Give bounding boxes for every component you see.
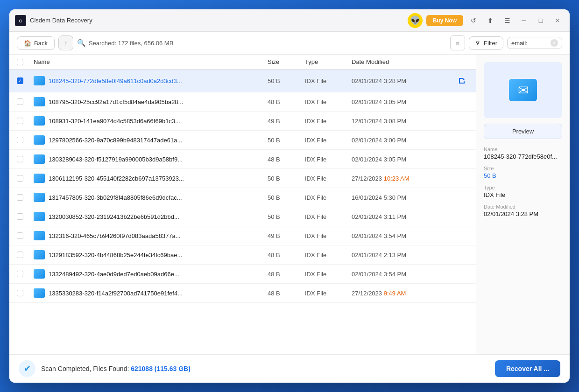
file-date: 02/01/2024 3:54 PM: [352, 232, 445, 239]
file-name-cell: 108795-320-25cc92a17d1cf5d84ae4da905ba28…: [34, 97, 268, 106]
file-name-cell: 1320030852-320-23192413b22be6b591d2bbd..…: [34, 212, 268, 221]
table-row[interactable]: 1306112195-320-455140f2282cb697a13753923…: [9, 169, 476, 188]
date-column-header: Date Modified: [352, 58, 445, 65]
file-type: IDX File: [305, 118, 352, 125]
file-name-cell: 1317457805-320-3b029f8f4a8805f86e6d9dcfa…: [34, 193, 268, 202]
file-name-cell: 108931-320-141ea9074d4c5853d6a66f69b1c3.…: [34, 116, 268, 126]
row-checkbox[interactable]: [17, 137, 23, 143]
app-window: C Cisdem Data Recovery 👽 Buy Now ↺ ⬆ ☰ ─…: [9, 9, 570, 383]
table-row[interactable]: 132316-320-465c7b94260f97d083aada58377a.…: [9, 226, 476, 245]
recover-all-button[interactable]: Recover All ...: [495, 360, 560, 377]
table-row[interactable]: 1303289043-320-f5127919a990005b3d9a58bf9…: [9, 150, 476, 169]
app-logo: C: [15, 15, 26, 26]
file-type-icon: [34, 116, 45, 126]
file-size: 48 B: [268, 98, 305, 105]
table-row[interactable]: 1332489492-320-4ae0d9ded7ed0aeb09ad66e..…: [9, 265, 476, 284]
file-size: 48 B: [268, 156, 305, 163]
files-count: 621088: [131, 365, 153, 372]
status-bar: ✔ Scan Completed, Files Found: 621088 (1…: [9, 354, 570, 383]
file-date: 02/01/2024 3:05 PM: [352, 156, 445, 163]
table-row[interactable]: ✓ 108245-320-772dfe58e0f49a611c0ad0a2d3c…: [9, 70, 476, 92]
file-type: IDX File: [305, 232, 352, 239]
row-checkbox[interactable]: [17, 271, 23, 277]
select-all-checkbox[interactable]: [17, 59, 23, 65]
file-panel: Name Size Type Date Modified ✓ 108245-32…: [9, 55, 476, 354]
upload-icon[interactable]: ⬆: [484, 14, 497, 27]
file-size: 50 B: [268, 137, 305, 144]
file-size: 50 B: [268, 175, 305, 182]
status-text: Scan Completed, Files Found: 621088 (115…: [41, 365, 489, 372]
file-date: 02/01/2024 3:28 PM: [352, 77, 445, 84]
email-icon-large: [509, 79, 537, 101]
size-column-header: Size: [268, 58, 305, 65]
file-date: 27/12/2023 10:23 AM: [352, 175, 445, 182]
file-type-icon: [34, 269, 45, 279]
row-action-icon[interactable]: [455, 74, 468, 87]
row-checkbox[interactable]: [17, 175, 23, 182]
row-checkbox[interactable]: [17, 118, 23, 124]
alien-icon: 👽: [408, 13, 423, 28]
file-type-icon: [34, 250, 45, 259]
file-size: 50 B: [268, 77, 305, 84]
file-name-text: 1329183592-320-4b44868b25e244fe34fc69bae…: [49, 252, 182, 259]
minimize-button[interactable]: ─: [517, 14, 530, 27]
file-type: IDX File: [305, 271, 352, 278]
filter-button[interactable]: ⛛ Filter: [469, 36, 503, 50]
search-info: 🔍 Searched: 172 files, 656.06 MB: [77, 39, 446, 47]
file-type: IDX File: [305, 175, 352, 182]
preview-type-group: Type IDX File: [484, 185, 562, 198]
file-type-icon: [34, 135, 45, 145]
row-action: [445, 74, 468, 87]
file-type: IDX File: [305, 137, 352, 144]
size-meta-label: Size: [484, 166, 562, 171]
file-type-icon: [34, 76, 45, 85]
file-size: 48 B: [268, 290, 305, 297]
list-icon: ≡: [456, 40, 459, 47]
row-checkbox[interactable]: [17, 232, 23, 239]
row-checkbox[interactable]: [17, 213, 23, 220]
file-size: 49 B: [268, 118, 305, 125]
row-checkbox[interactable]: ✓: [17, 77, 23, 84]
preview-date-group: Date Modified 02/01/2024 3:28 PM: [484, 204, 562, 217]
table-row[interactable]: 108795-320-25cc92a17d1cf5d84ae4da905ba28…: [9, 92, 476, 112]
date-meta-value: 02/01/2024 3:28 PM: [484, 210, 562, 217]
file-type: IDX File: [305, 252, 352, 259]
file-name-cell: 1335330283-320-f14a2f92700ad741750e91fef…: [34, 288, 268, 298]
undo-icon[interactable]: ↺: [467, 14, 480, 27]
file-name-text: 1306112195-320-455140f2282cb697a13753923…: [49, 175, 184, 182]
file-date: 16/01/2024 5:30 PM: [352, 194, 445, 201]
table-row[interactable]: 108931-320-141ea9074d4c5853d6a66f69b1c3.…: [9, 112, 476, 131]
clear-filter-button[interactable]: ✕: [551, 39, 558, 47]
table-row[interactable]: 1335330283-320-f14a2f92700ad741750e91fef…: [9, 284, 476, 303]
search-icon: 🔍: [77, 39, 86, 47]
name-column-header: Name: [34, 58, 268, 65]
file-type: IDX File: [305, 290, 352, 297]
table-header: Name Size Type Date Modified: [9, 55, 476, 70]
row-checkbox[interactable]: [17, 290, 23, 296]
table-row[interactable]: 1329183592-320-4b44868b25e244fe34fc69bae…: [9, 245, 476, 265]
title-bar: C Cisdem Data Recovery 👽 Buy Now ↺ ⬆ ☰ ─…: [9, 9, 570, 32]
maximize-button[interactable]: □: [534, 14, 547, 27]
file-date: 12/01/2024 3:08 PM: [352, 118, 445, 125]
back-button[interactable]: 🏠 Back: [17, 36, 55, 50]
file-name-text: 132316-320-465c7b94260f97d083aada58377a.…: [49, 232, 181, 239]
list-view-button[interactable]: ≡: [450, 35, 465, 50]
scan-complete-icon: ✔: [19, 360, 35, 377]
filter-input[interactable]: [511, 40, 549, 47]
table-row[interactable]: 1320030852-320-23192413b22be6b591d2bbd..…: [9, 207, 476, 226]
table-row[interactable]: 1317457805-320-3b029f8f4a8805f86e6d9dcfa…: [9, 188, 476, 207]
menu-icon[interactable]: ☰: [501, 14, 514, 27]
file-name-text: 1332489492-320-4ae0d9ded7ed0aeb09ad66e..…: [49, 271, 179, 278]
file-name-cell: 1303289043-320-f5127919a990005b3d9a58bf9…: [34, 154, 268, 164]
preview-button[interactable]: Preview: [484, 124, 562, 139]
close-button[interactable]: ✕: [551, 14, 564, 27]
table-row[interactable]: 1297802566-320-9a70c899b948317447ade61a.…: [9, 131, 476, 150]
row-checkbox[interactable]: [17, 156, 23, 162]
file-name-text: 1335330283-320-f14a2f92700ad741750e91fef…: [49, 290, 183, 297]
row-checkbox[interactable]: [17, 252, 23, 258]
row-checkbox[interactable]: [17, 98, 23, 105]
up-button[interactable]: ↑: [58, 35, 73, 50]
file-type: IDX File: [305, 98, 352, 105]
row-checkbox[interactable]: [17, 194, 23, 201]
buy-now-button[interactable]: Buy Now: [426, 15, 463, 26]
